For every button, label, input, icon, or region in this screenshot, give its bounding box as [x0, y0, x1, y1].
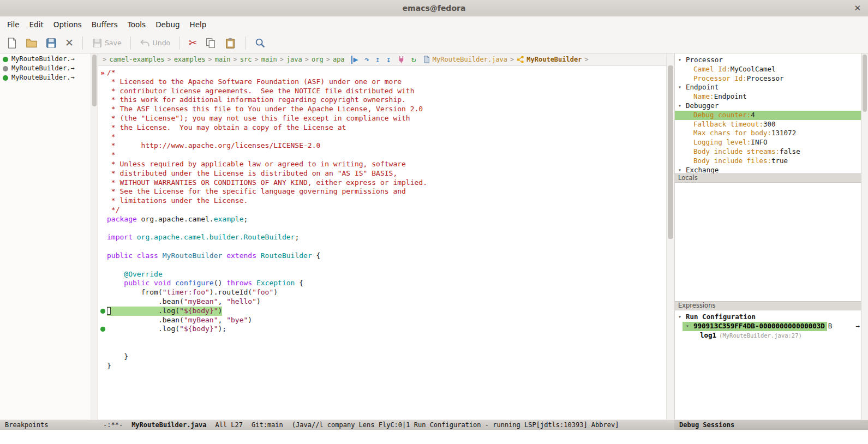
tree-field-row[interactable]: Max chars for body: 131072	[675, 129, 861, 138]
code-text[interactable]: public class MyRouteBuilder extends Rout…	[107, 251, 320, 261]
code-text[interactable]: * WITHOUT WARRANTIES OR CONDITIONS OF AN…	[107, 178, 427, 188]
breakpoint-state-icon[interactable]	[3, 57, 8, 62]
collapse-caret-icon[interactable]: ▾	[686, 322, 692, 331]
code-line[interactable]: * Licensed to the Apache Software Founda…	[98, 77, 666, 87]
code-line[interactable]: from("timer:foo").routeId("foo")	[98, 288, 666, 297]
step-out-icon[interactable]: ↥	[375, 56, 380, 64]
debug-session-row[interactable]: ▾990913C359FF4DB-000000000000003D B →	[675, 322, 861, 331]
breakpoints-modeline[interactable]: Breakpoints	[0, 419, 98, 430]
code-text[interactable]: * The ASF licenses this file to You unde…	[107, 105, 423, 114]
collapse-caret-icon[interactable]: ▾	[678, 313, 684, 322]
breadcrumb-segment[interactable]: main	[261, 56, 277, 63]
tree-node-processor[interactable]: ▾Processor	[675, 56, 861, 65]
code-text[interactable]: .log("${body}");	[107, 325, 226, 334]
code-line[interactable]: * Unless required by applicable law or a…	[98, 160, 666, 169]
tree-node-run-configuration[interactable]: ▾ Run Configuration	[675, 313, 861, 322]
code-line[interactable]: .log("${body}")	[98, 307, 666, 316]
code-text[interactable]: */	[107, 206, 119, 215]
close-window-icon[interactable]: ✕	[854, 3, 861, 13]
editor-modeline[interactable]: -:**- MyRouteBuilder.java All L27 Git:ma…	[98, 419, 674, 430]
search-button[interactable]	[253, 36, 268, 50]
tree-field-row[interactable]: Fallback timeout: 300	[675, 120, 861, 129]
tree-field-row[interactable]: Debug counter: 4	[675, 111, 861, 120]
tree-field-row[interactable]: Processor Id: Processor	[675, 74, 861, 83]
code-line[interactable]: public class MyRouteBuilder extends Rout…	[98, 251, 666, 261]
dired-button[interactable]	[44, 36, 59, 50]
side-panel-scrollbar[interactable]	[861, 53, 868, 419]
open-file-button[interactable]	[24, 36, 39, 50]
tree-field-row[interactable]: Camel Id: MyCoolCamel	[675, 65, 861, 74]
breakpoint-state-icon[interactable]	[3, 66, 8, 71]
breakpoint-state-icon[interactable]	[3, 75, 8, 81]
code-line[interactable]: }	[98, 352, 666, 362]
echo-area[interactable]	[0, 430, 868, 444]
code-line[interactable]: * See the License for the specific langu…	[98, 187, 666, 196]
code-line[interactable]: *	[98, 133, 666, 142]
code-text[interactable]: }	[107, 362, 111, 371]
tree-node-endpoint[interactable]: ▾Endpoint	[675, 83, 861, 92]
breakpoints-panel[interactable]: MyRouteBuilder.→MyRouteBuilder.→MyRouteB…	[0, 53, 91, 419]
breakpoints-scrollbar[interactable]	[91, 53, 98, 419]
code-line[interactable]: »/*	[98, 68, 666, 77]
breadcrumb-segment[interactable]: camel-examples	[109, 56, 164, 63]
tree-node-debugger[interactable]: ▾Debugger	[675, 101, 861, 111]
menu-tools[interactable]: Tools	[123, 17, 151, 32]
code-line[interactable]	[98, 242, 666, 251]
breakpoint-list-item[interactable]: MyRouteBuilder.→	[0, 73, 91, 82]
code-line[interactable]: .bean("myBean", "bye")	[98, 316, 666, 325]
code-buffer[interactable]: »/* * Licensed to the Apache Software Fo…	[98, 66, 666, 419]
breakpoint-list-item[interactable]: MyRouteBuilder.→	[0, 55, 91, 64]
close-buffer-button[interactable]: ✕	[63, 37, 75, 49]
code-line[interactable]: * The ASF licenses this file to You unde…	[98, 105, 666, 114]
code-line[interactable]: import org.apache.camel.builder.RouteBui…	[98, 233, 666, 242]
code-line[interactable]	[98, 343, 666, 352]
menu-buffers[interactable]: Buffers	[87, 17, 123, 32]
debug-sessions-header[interactable]: Debug Sessions	[674, 419, 868, 430]
code-line[interactable]: * (the "License"); you may not use this …	[98, 114, 666, 123]
menu-options[interactable]: Options	[49, 17, 87, 32]
paste-button[interactable]	[223, 36, 238, 50]
code-text[interactable]: }	[107, 352, 128, 362]
code-line[interactable]: .bean("myBean", "hello")	[98, 297, 666, 307]
code-line[interactable]: public void configure() throws Exception…	[98, 279, 666, 288]
scrollbar-thumb[interactable]	[668, 65, 673, 239]
code-text[interactable]: * (the "License"); you may not use this …	[107, 114, 410, 123]
modeline-vc-branch[interactable]: Git:main	[252, 420, 283, 430]
collapse-caret-icon[interactable]: ▾	[678, 56, 684, 65]
locals-panel-body[interactable]	[675, 183, 861, 301]
copy-button[interactable]	[203, 36, 218, 50]
breadcrumb-file-segment[interactable]: MyRouteBuilder.java	[423, 56, 507, 63]
code-line[interactable]: * this work for additional information r…	[98, 95, 666, 105]
menu-debug[interactable]: Debug	[151, 17, 184, 32]
code-text[interactable]: import org.apache.camel.builder.RouteBui…	[107, 233, 299, 242]
session-details-tree[interactable]: ▾ProcessorCamel Id: MyCoolCamelProcessor…	[675, 53, 861, 173]
tree-field-row[interactable]: Body include streams: false	[675, 147, 861, 157]
code-line[interactable]	[98, 334, 666, 343]
code-line[interactable]: * limitations under the License.	[98, 196, 666, 206]
code-text[interactable]: * Unless required by applicable law or a…	[107, 160, 406, 169]
menu-help[interactable]: Help	[185, 17, 212, 32]
code-line[interactable]: package org.apache.camel.example;	[98, 215, 666, 224]
code-text[interactable]: @Override	[107, 270, 163, 279]
expressions-panel-body[interactable]: ▾ Run Configuration ▾990913C359FF4DB-000…	[675, 310, 861, 419]
step-over-icon[interactable]: ↷	[364, 56, 369, 64]
breadcrumb-segment[interactable]: main	[215, 56, 231, 63]
breadcrumb-segment[interactable]: examples	[174, 56, 206, 63]
code-text[interactable]: * http://www.apache.org/licenses/LICENSE…	[107, 141, 320, 151]
breakpoint-dot-icon[interactable]	[100, 327, 105, 332]
code-text[interactable]: * distributed under the License is distr…	[107, 169, 397, 178]
menu-file[interactable]: File	[2, 17, 25, 32]
undo-button[interactable]: Undo	[138, 37, 172, 50]
code-text[interactable]: * contributor license agreements. See th…	[107, 87, 415, 96]
breakpoint-log-entry[interactable]: log1 (MyRouteBuilder.java:27)	[675, 331, 861, 340]
code-line[interactable]: .log("${body}");	[98, 325, 666, 334]
breakpoint-list-item[interactable]: MyRouteBuilder.→	[0, 64, 91, 73]
breadcrumb-segment[interactable]: java	[286, 56, 302, 63]
code-line[interactable]	[98, 261, 666, 270]
code-text[interactable]: /*	[107, 68, 116, 77]
breadcrumb-segment[interactable]: src	[240, 56, 252, 63]
tree-node-exchange[interactable]: ▾Exchange	[675, 166, 861, 173]
code-text[interactable]: * Licensed to the Apache Software Founda…	[107, 77, 402, 87]
continue-icon[interactable]: ▶	[351, 56, 358, 64]
code-text[interactable]: * See the License for the specific langu…	[107, 187, 406, 196]
